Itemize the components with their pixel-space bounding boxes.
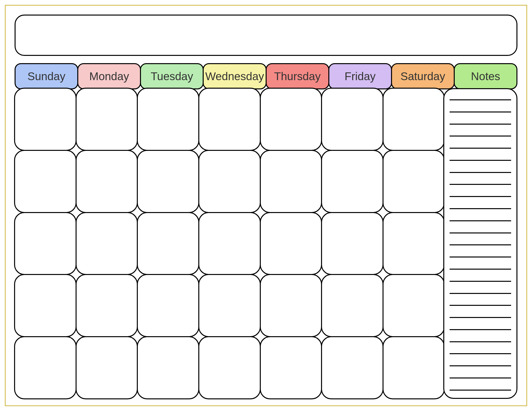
day-cell[interactable] (14, 88, 76, 151)
note-line (450, 136, 511, 137)
day-cell[interactable] (382, 336, 445, 399)
note-line (450, 220, 511, 221)
day-cell[interactable] (76, 336, 138, 399)
day-cell[interactable] (14, 274, 76, 337)
note-line (450, 377, 511, 378)
note-line (450, 329, 511, 330)
header-notes: Notes (454, 63, 517, 89)
note-line (450, 196, 511, 197)
header-saturday: Saturday (391, 63, 455, 89)
header-label: Tuesday (151, 70, 193, 83)
day-cell[interactable] (260, 336, 322, 399)
day-cell[interactable] (76, 88, 138, 151)
note-line (450, 233, 511, 234)
day-cell[interactable] (76, 274, 138, 337)
day-cell[interactable] (382, 88, 445, 151)
header-label: Thursday (274, 70, 321, 83)
note-line (450, 172, 511, 173)
day-cell[interactable] (198, 150, 261, 213)
day-cell[interactable] (14, 336, 76, 399)
day-cell[interactable] (321, 274, 383, 337)
day-cell[interactable] (321, 150, 383, 213)
day-cell[interactable] (321, 336, 383, 399)
header-label: Wednesday (205, 70, 264, 83)
day-cell[interactable] (198, 274, 261, 337)
note-line (450, 305, 511, 306)
day-cell[interactable] (137, 150, 199, 213)
day-cell[interactable] (198, 336, 261, 399)
day-cell[interactable] (137, 274, 199, 337)
day-cell[interactable] (382, 274, 445, 337)
note-line (450, 124, 511, 125)
day-cell[interactable] (382, 150, 445, 213)
header-label: Notes (471, 70, 500, 83)
note-line (450, 293, 511, 294)
header-label: Saturday (400, 70, 445, 83)
day-cell[interactable] (137, 88, 199, 151)
note-line (450, 184, 511, 185)
header-sunday: Sunday (15, 63, 78, 89)
note-line (450, 341, 511, 342)
note-line (450, 148, 511, 149)
note-line (450, 269, 511, 270)
notes-column[interactable] (443, 88, 517, 399)
header-label: Sunday (28, 70, 65, 83)
note-line (450, 160, 511, 161)
note-line (450, 99, 511, 100)
day-cell[interactable] (198, 212, 261, 275)
header-friday: Friday (328, 63, 392, 89)
day-cell[interactable] (14, 150, 76, 213)
day-cell[interactable] (76, 212, 138, 275)
day-cell[interactable] (260, 88, 322, 151)
day-cell[interactable] (260, 150, 322, 213)
note-line (450, 353, 511, 354)
note-line (450, 281, 511, 282)
note-line (450, 208, 511, 209)
header-tuesday: Tuesday (140, 63, 204, 89)
header-thursday: Thursday (266, 63, 329, 89)
day-cell[interactable] (137, 212, 199, 275)
day-cell[interactable] (14, 212, 76, 275)
day-cell[interactable] (321, 88, 383, 151)
note-line (450, 365, 511, 366)
day-cell[interactable] (321, 212, 383, 275)
note-line (450, 317, 511, 318)
day-cell[interactable] (382, 212, 445, 275)
month-title-box[interactable] (15, 15, 517, 56)
note-line (450, 112, 511, 112)
day-cell[interactable] (260, 274, 322, 337)
note-line (450, 244, 511, 245)
note-line (450, 257, 511, 257)
weekday-header-row: SundayMondayTuesdayWednesdayThursdayFrid… (15, 63, 517, 89)
calendar-grid (15, 88, 444, 399)
header-monday: Monday (77, 63, 141, 89)
day-cell[interactable] (260, 212, 322, 275)
note-line (450, 390, 511, 391)
calendar-template: SundayMondayTuesdayWednesdayThursdayFrid… (15, 15, 517, 399)
header-wednesday: Wednesday (203, 63, 266, 89)
day-cell[interactable] (198, 88, 261, 151)
day-cell[interactable] (137, 336, 199, 399)
header-label: Monday (89, 70, 129, 83)
day-cell[interactable] (76, 150, 138, 213)
header-label: Friday (345, 70, 376, 83)
